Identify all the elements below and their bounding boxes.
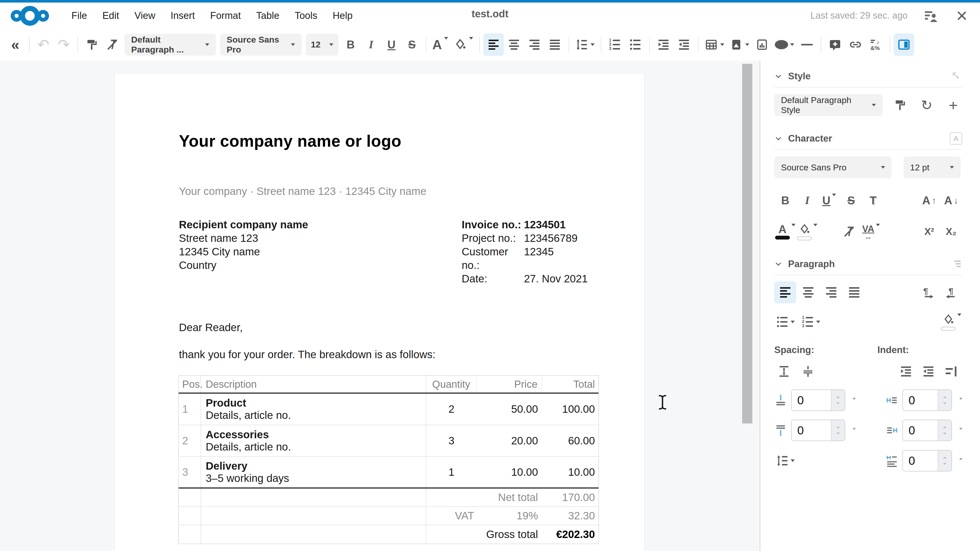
sidebar-font-name-select[interactable]: Source Sans Pro bbox=[774, 156, 892, 178]
table-row[interactable]: 3 Delivery 3–5 working days 1 10.00 10.0… bbox=[179, 457, 598, 489]
update-style-roller-button[interactable] bbox=[891, 94, 909, 116]
net-total-row[interactable]: Net total 170.00 bbox=[179, 489, 598, 507]
invoice-table[interactable]: Pos. Description Quantity Price Total 1 … bbox=[178, 375, 599, 544]
font-size-select[interactable]: 12 bbox=[306, 34, 339, 56]
redo-button[interactable]: ↷ bbox=[54, 33, 74, 56]
document-page[interactable]: Your company name or logo Your company ·… bbox=[115, 73, 644, 551]
increase-spacing-button[interactable] bbox=[774, 360, 794, 383]
before-text-indent-field[interactable]: 0 bbox=[902, 389, 952, 411]
above-paragraph-spacing-field[interactable]: 0 bbox=[791, 389, 845, 411]
spinner-buttons[interactable] bbox=[831, 420, 845, 441]
insert-chart-button[interactable] bbox=[752, 33, 772, 56]
menu-view[interactable]: View bbox=[134, 9, 156, 23]
sidebar-justify-button[interactable] bbox=[843, 281, 865, 303]
align-right-button[interactable] bbox=[524, 33, 545, 56]
menu-format[interactable]: Format bbox=[210, 9, 241, 23]
special-character-button[interactable] bbox=[865, 33, 886, 56]
sidebar-bold-button[interactable]: B bbox=[774, 189, 796, 211]
font-name-select[interactable]: Source Sans Pro bbox=[220, 34, 302, 56]
grow-font-button[interactable]: A↑ bbox=[918, 189, 940, 211]
collapse-toolbar-button[interactable]: « bbox=[5, 33, 25, 56]
sidebar-strikethrough-button[interactable]: S bbox=[840, 189, 862, 211]
shrink-font-button[interactable]: A↓ bbox=[940, 189, 962, 211]
sidebar-shadow-button[interactable]: T bbox=[862, 189, 884, 211]
insert-comment-button[interactable] bbox=[825, 33, 845, 56]
underline-button[interactable]: U bbox=[381, 33, 402, 56]
table-row[interactable]: 1 Product Details, article no. 2 50.00 1… bbox=[179, 394, 598, 425]
sidebar-line-spacing-button[interactable] bbox=[774, 450, 796, 472]
highlight-color-button[interactable] bbox=[451, 33, 476, 56]
detach-panel-icon[interactable] bbox=[951, 71, 962, 82]
character-dialog-icon[interactable]: A bbox=[950, 132, 962, 144]
decrease-indent-button[interactable] bbox=[674, 33, 694, 56]
justify-button[interactable] bbox=[545, 33, 565, 56]
character-spacing-button[interactable]: VA↔ bbox=[860, 221, 882, 243]
spinner-buttons[interactable] bbox=[831, 390, 845, 410]
table-row[interactable]: 2 Accessories Details, article no. 3 20.… bbox=[179, 425, 598, 457]
sidebar-align-left-button[interactable] bbox=[774, 281, 796, 303]
below-paragraph-spacing-field[interactable]: 0 bbox=[791, 420, 845, 441]
sidebar-clear-formatting-button[interactable] bbox=[838, 221, 860, 243]
clear-formatting-button[interactable] bbox=[102, 33, 123, 56]
vertical-scrollbar[interactable] bbox=[742, 64, 752, 424]
unordered-list-button[interactable] bbox=[625, 33, 646, 56]
superscript-button[interactable]: X² bbox=[918, 221, 940, 243]
spinner-buttons[interactable] bbox=[938, 451, 951, 471]
ordered-list-button[interactable] bbox=[605, 33, 625, 56]
menu-help[interactable]: Help bbox=[332, 9, 353, 23]
sidebar-align-right-button[interactable] bbox=[820, 281, 842, 303]
sidebar-align-center-button[interactable] bbox=[797, 281, 819, 303]
sidebar-toggle-button[interactable] bbox=[894, 33, 914, 56]
subscript-button[interactable]: X₂ bbox=[940, 221, 962, 243]
align-left-button[interactable] bbox=[484, 33, 504, 56]
spinner-buttons[interactable] bbox=[938, 420, 951, 441]
document-canvas[interactable]: Your company name or logo Your company ·… bbox=[0, 60, 760, 551]
paragraph-section-header[interactable]: Paragraph bbox=[774, 257, 962, 271]
sidebar-underline-button[interactable]: U bbox=[818, 189, 840, 211]
character-section-header[interactable]: Character A bbox=[774, 132, 962, 145]
align-center-button[interactable] bbox=[504, 33, 524, 56]
increase-indent-button[interactable] bbox=[653, 33, 674, 56]
menu-table[interactable]: Table bbox=[256, 9, 280, 23]
sidebar-decrease-indent-button[interactable] bbox=[919, 360, 938, 383]
sidebar-paragraph-style-select[interactable]: Default Paragraph Style bbox=[774, 94, 883, 116]
insert-hyperlink-button[interactable] bbox=[845, 33, 865, 56]
vat-row[interactable]: VAT 19% 32.30 bbox=[179, 507, 598, 525]
menu-file[interactable]: File bbox=[71, 9, 88, 23]
paragraph-rtl-button[interactable] bbox=[940, 281, 962, 303]
sidebar-font-color-button[interactable]: A bbox=[774, 221, 796, 243]
sidebar-numbered-list-button[interactable] bbox=[800, 311, 822, 333]
after-text-indent-field[interactable]: 0 bbox=[902, 420, 952, 441]
paragraph-background-button[interactable] bbox=[940, 311, 962, 333]
follow-editors-icon[interactable] bbox=[923, 8, 939, 24]
paragraph-ltr-button[interactable] bbox=[917, 281, 939, 303]
spinner-buttons[interactable] bbox=[938, 390, 951, 410]
insert-image-button[interactable] bbox=[727, 33, 752, 56]
sidebar-increase-indent-button[interactable] bbox=[896, 360, 916, 383]
style-section-header[interactable]: Style bbox=[774, 70, 962, 83]
clone-formatting-button[interactable] bbox=[82, 33, 102, 56]
paragraph-style-select[interactable]: Default Paragraph ... bbox=[124, 34, 216, 56]
strikethrough-button[interactable]: S bbox=[402, 33, 422, 56]
decrease-spacing-button[interactable] bbox=[798, 360, 818, 383]
italic-button[interactable]: I bbox=[361, 33, 381, 56]
insert-shape-button[interactable] bbox=[772, 33, 797, 56]
first-line-indent-field[interactable]: 0 bbox=[902, 450, 952, 472]
font-color-button[interactable]: A bbox=[430, 33, 451, 56]
undo-button[interactable]: ↶ bbox=[33, 33, 54, 56]
insert-table-button[interactable] bbox=[702, 33, 727, 56]
close-button[interactable]: × bbox=[954, 8, 970, 24]
sidebar-bullet-list-button[interactable] bbox=[774, 311, 796, 333]
bold-button[interactable]: B bbox=[340, 33, 361, 56]
line-spacing-button[interactable] bbox=[573, 33, 597, 56]
menu-insert[interactable]: Insert bbox=[170, 9, 195, 23]
menu-edit[interactable]: Edit bbox=[102, 9, 119, 23]
menu-tools[interactable]: Tools bbox=[294, 9, 318, 23]
sidebar-highlight-color-button[interactable] bbox=[796, 221, 818, 243]
refresh-style-button[interactable]: ↻ bbox=[918, 94, 935, 116]
paragraph-dialog-icon[interactable] bbox=[950, 258, 962, 270]
insert-line-button[interactable] bbox=[797, 33, 817, 56]
hanging-indent-button[interactable] bbox=[941, 360, 961, 383]
gross-total-row[interactable]: Gross total €202.30 bbox=[179, 525, 598, 544]
new-style-button[interactable]: + bbox=[944, 94, 962, 116]
